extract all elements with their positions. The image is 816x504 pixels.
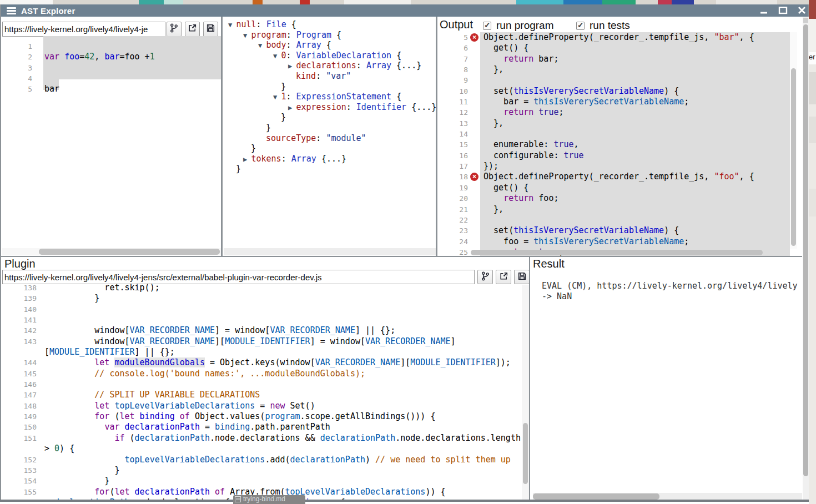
code-row: 147 // SPLIT UP VARIABLE DECLARATIONS [2, 390, 522, 400]
source-url-input[interactable] [2, 22, 165, 37]
code-token: } [281, 112, 286, 122]
code-token: declarations [296, 61, 356, 70]
tree-toggle-icon[interactable]: ▼ [273, 93, 281, 101]
output-pane-title: Output [440, 18, 473, 31]
code-token: }, [483, 118, 503, 128]
error-icon[interactable]: × [470, 33, 478, 42]
plugin-code-editor[interactable]: 138 ret.skip();139 }140141142 window[VAR… [2, 283, 522, 500]
pane-divider[interactable] [436, 17, 437, 256]
horizontal-divider[interactable] [1, 256, 802, 257]
run-tests-checkbox[interactable] [576, 22, 585, 30]
line-number: 8 [438, 64, 480, 75]
code-row: > 0) { [2, 443, 522, 454]
source-hscrollbar[interactable] [2, 248, 221, 255]
source-fork-button[interactable] [167, 22, 182, 37]
code-row: [MODULE_IDENTIFIER] || {}; [2, 347, 522, 357]
pane-divider[interactable] [529, 257, 530, 501]
output-hscrollbar[interactable] [471, 249, 790, 256]
output-vscrollbar-thumb[interactable] [791, 68, 796, 246]
code-token: : [346, 102, 356, 112]
code-row: 139 } [2, 293, 522, 304]
output-vscrollbar[interactable] [790, 32, 797, 249]
line-number: 143 [2, 336, 44, 347]
maximize-button[interactable] [778, 7, 788, 14]
tree-toggle-icon[interactable]: ▶ [288, 62, 296, 70]
code-row: } [224, 123, 436, 133]
code-row: ▼ 1: ExpressionStatement { [224, 92, 436, 102]
code-token: : [286, 40, 296, 50]
line-number: 5× [438, 32, 480, 43]
code-token: program [265, 411, 300, 421]
plugin-pane-title: Plugin [4, 258, 36, 270]
code-token: configurable: [483, 150, 564, 160]
line-number: 148 [2, 401, 44, 411]
plugin-vscrollbar[interactable] [522, 285, 529, 501]
code-token: {...} [406, 102, 436, 112]
line-number: 144 [2, 357, 44, 368]
code-token: foo + [125, 52, 150, 62]
code-token: null [236, 19, 256, 29]
code-token: = [119, 52, 124, 62]
window-vscrollbar-thumb[interactable] [803, 24, 808, 476]
hamburger-menu-icon[interactable] [7, 7, 16, 14]
code-token: program [251, 30, 286, 40]
window-vscrollbar-button[interactable] [803, 18, 808, 23]
background-text-fragment: er [809, 52, 816, 64]
tree-toggle-icon[interactable]: ▶ [243, 155, 251, 163]
code-row: 1 [2, 41, 221, 52]
run-program-checkbox[interactable] [483, 22, 491, 30]
ast-tree-view[interactable]: ▼ null: File {▼ program: Program {▼ body… [224, 19, 436, 247]
line-number: 13 [438, 118, 480, 129]
source-open-button[interactable] [185, 22, 200, 37]
code-token: }); [483, 161, 498, 171]
code-row: ▼ null: File { [224, 19, 436, 30]
plugin-vscrollbar-thumb[interactable] [523, 423, 528, 484]
code-token: "foo" [714, 172, 739, 182]
tree-toggle-icon[interactable]: ▶ [288, 104, 296, 112]
tree-toggle-icon[interactable]: ▼ [273, 52, 281, 60]
code-token: var [104, 422, 119, 432]
code-token: }, [483, 204, 503, 214]
code-token: ]); [496, 357, 511, 367]
window-bottom-border [0, 500, 809, 502]
code-row: 154 } [2, 476, 522, 486]
code-token: , [94, 52, 104, 62]
line-number: 1 [2, 41, 43, 52]
document-icon [235, 496, 241, 502]
code-token [44, 357, 94, 367]
code-row: 21 }, [438, 204, 790, 215]
output-code-view[interactable]: 5×Object.defineProperty(_recorder_.tempf… [438, 32, 790, 256]
ast-hscrollbar[interactable] [224, 248, 436, 255]
line-number: 150 [2, 422, 44, 432]
output-hscrollbar-thumb[interactable] [471, 250, 763, 255]
code-token: true [553, 139, 573, 149]
source-code-editor[interactable]: 12var foo=42, bar=foo +1345bar [2, 41, 221, 253]
code-token: MODULE_IDENTIFIER [49, 347, 135, 357]
result-hscrollbar-thumb[interactable] [533, 493, 659, 500]
code-token: .add( [265, 455, 290, 465]
code-token: : [281, 154, 291, 164]
line-number: 152 [2, 455, 44, 465]
code-token: , [574, 139, 579, 149]
code-token: set( [483, 86, 513, 96]
close-button[interactable] [797, 7, 807, 14]
code-row: ▶ declarations: Array {...} [224, 61, 436, 71]
tree-toggle-icon[interactable]: ▼ [228, 21, 236, 29]
background-tab-fragment[interactable]: trying-bind.md [233, 495, 305, 504]
minimize-button[interactable] [759, 7, 769, 14]
code-row: 141 [2, 315, 522, 325]
pane-divider[interactable] [221, 17, 223, 256]
line-number [2, 443, 44, 454]
window-vscrollbar[interactable] [803, 17, 809, 501]
error-icon[interactable]: × [470, 173, 478, 181]
ast-explorer-window: AST Explorer [0, 4, 809, 502]
code-token: , { [739, 172, 754, 182]
tree-toggle-icon[interactable]: ▼ [243, 32, 251, 39]
source-hscrollbar-thumb[interactable] [39, 249, 220, 255]
version-fork-icon [169, 23, 179, 35]
source-save-button[interactable] [203, 22, 218, 37]
code-token: ] = window[ [310, 336, 365, 346]
code-token: > [44, 443, 54, 453]
tree-toggle-icon[interactable]: ▼ [258, 42, 266, 49]
code-token: Object.defineProperty(_recorder_.tempfil… [483, 32, 714, 42]
